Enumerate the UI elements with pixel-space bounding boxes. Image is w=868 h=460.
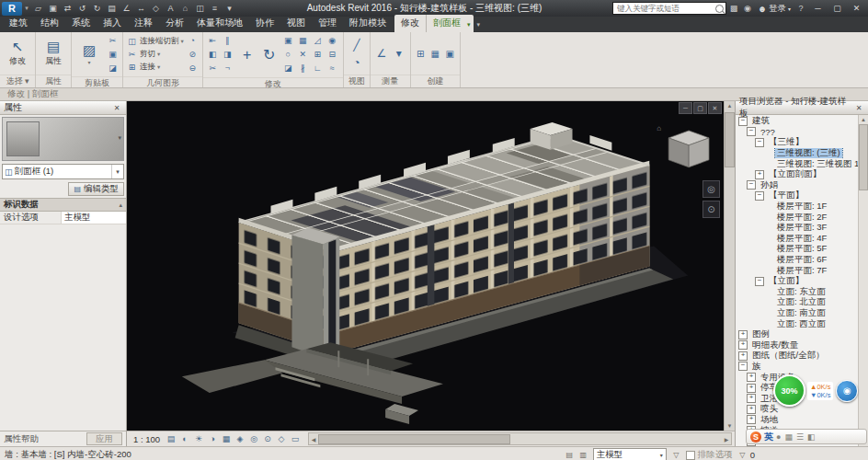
- measure-between-refs-icon[interactable]: ∠: [373, 45, 390, 62]
- customize-quick-access-icon[interactable]: ▾: [223, 2, 236, 15]
- array-icon[interactable]: ▦: [296, 34, 310, 47]
- tree-expand-icon[interactable]: [747, 405, 756, 414]
- drawing-area[interactable]: ⌂ ─ ▢ ✕ ◎: [127, 101, 735, 431]
- paste-arrow-icon[interactable]: ▾: [87, 59, 90, 65]
- tree-item[interactable]: ???: [736, 127, 858, 138]
- create-similar-icon[interactable]: ▣: [443, 46, 457, 61]
- wall-joins-icon[interactable]: ∟: [311, 62, 325, 75]
- tree-item[interactable]: 楼层平面: 6F: [736, 255, 858, 266]
- temporary-hide-isolate-icon[interactable]: ◎: [247, 433, 260, 445]
- view-scale-button[interactable]: 1 : 100: [130, 434, 164, 444]
- network-icon[interactable]: ◉: [836, 380, 858, 402]
- preview-arrow-icon[interactable]: ▾: [118, 134, 121, 142]
- cut-profile-icon[interactable]: ◔: [347, 54, 367, 71]
- toolbox-icon[interactable]: ☰: [796, 432, 804, 442]
- open-file-icon[interactable]: ▱: [31, 2, 45, 15]
- match-type-icon[interactable]: ◪: [106, 62, 120, 75]
- tree-expand-icon[interactable]: [755, 170, 764, 179]
- beam-cope-icon[interactable]: ◔: [186, 34, 200, 47]
- property-value[interactable]: 主模型: [62, 212, 126, 224]
- communication-center-icon[interactable]: ◉: [741, 2, 754, 15]
- dropdown-arrow-icon[interactable]: ▾: [157, 63, 160, 71]
- tree-item[interactable]: 孙娟: [736, 180, 858, 191]
- dropdown-arrow-icon[interactable]: ▾: [181, 38, 184, 45]
- tree-expand-icon[interactable]: [747, 394, 756, 403]
- measure-icon[interactable]: ∠: [120, 2, 133, 15]
- sync-icon[interactable]: ⇄: [61, 2, 74, 15]
- project-browser-title-bar[interactable]: 项目浏览器 - 知行楼-建筑样板 ✕: [736, 101, 868, 115]
- ribbon-tab[interactable]: 建筑: [3, 15, 34, 32]
- tree-expand-icon[interactable]: [738, 117, 748, 126]
- sign-in-button[interactable]: ☻ 登录 ▾: [755, 3, 794, 15]
- apply-coping-icon[interactable]: ⊘: [186, 48, 200, 61]
- tag-by-category-icon[interactable]: ◇: [149, 2, 163, 15]
- section-icon[interactable]: ◫: [193, 2, 207, 15]
- tree-item[interactable]: 图纸（图纸/全部）: [736, 351, 858, 362]
- paste-button[interactable]: ▨ ▾: [74, 43, 104, 65]
- offset-icon[interactable]: ∥: [221, 34, 234, 47]
- ribbon-tab[interactable]: 系统: [65, 15, 97, 32]
- hscrollbar-thumb[interactable]: [318, 434, 510, 444]
- create-group-icon[interactable]: ⊞: [414, 46, 428, 61]
- tree-expand-icon[interactable]: [738, 362, 748, 371]
- skin-icon[interactable]: ◧: [807, 432, 816, 442]
- viewport-vertical-scrollbar[interactable]: ▲ ▼: [724, 101, 735, 431]
- project-browser-close-icon[interactable]: ✕: [853, 104, 864, 112]
- show-crop-region-icon[interactable]: ◈: [234, 433, 246, 445]
- soft-keyboard-icon[interactable]: ▦: [784, 432, 793, 442]
- 3d-view-canvas[interactable]: ⌂: [127, 101, 725, 431]
- scroll-left-icon[interactable]: ◀: [309, 436, 318, 443]
- exclude-options-checkbox[interactable]: 排除选项: [686, 449, 733, 460]
- cut-icon[interactable]: ✂: [106, 34, 120, 47]
- ribbon-tab[interactable]: 视图: [280, 15, 312, 32]
- ribbon-tab[interactable]: 插入: [97, 15, 128, 32]
- vp-close-icon[interactable]: ✕: [708, 102, 722, 114]
- sogou-logo-icon[interactable]: S: [750, 431, 761, 443]
- reveal-hidden-elements-icon[interactable]: ⊙: [261, 433, 274, 445]
- tree-expand-icon[interactable]: [738, 340, 748, 350]
- tree-item[interactable]: 族: [736, 362, 858, 373]
- zoom-icon[interactable]: ⊙: [702, 201, 720, 218]
- print-icon[interactable]: ▤: [105, 2, 119, 15]
- selection-filter[interactable]: ▽ 0: [737, 450, 755, 460]
- delete-icon[interactable]: ✕: [296, 48, 310, 61]
- tree-expand-icon[interactable]: [738, 330, 748, 339]
- visual-style-icon[interactable]: ◐: [178, 433, 191, 445]
- ribbon-tab[interactable]: 管理: [312, 15, 343, 32]
- tree-expand-icon[interactable]: [755, 277, 764, 286]
- join-geometry-icon[interactable]: ⊞: [311, 48, 325, 61]
- demolish-icon[interactable]: ≈: [326, 62, 339, 75]
- ribbon-minimize-icon[interactable]: ▾: [474, 21, 485, 32]
- scrollbar-thumb[interactable]: [725, 112, 735, 167]
- properties-button[interactable]: ▤ 属性: [39, 40, 68, 67]
- remove-coping-icon[interactable]: ⊖: [186, 62, 200, 75]
- network-speed-widget[interactable]: 30% ▲0K/s ▼0K/s ◉: [773, 374, 858, 407]
- tree-item[interactable]: 【立面剖面】: [736, 169, 858, 180]
- type-selector-arrow-icon[interactable]: ▾: [111, 165, 123, 178]
- section-collapse-icon[interactable]: ▴: [119, 201, 122, 209]
- scale-icon[interactable]: ◿: [311, 34, 325, 47]
- save-icon[interactable]: ▣: [46, 2, 60, 15]
- tree-item[interactable]: 楼层平面: 5F: [736, 244, 858, 255]
- join-geometry-icon[interactable]: ⊞ 连接 ▾: [126, 62, 184, 74]
- tree-item[interactable]: 楼层平面: 3F: [736, 223, 858, 234]
- vp-restore-icon[interactable]: ▢: [693, 102, 707, 114]
- active-design-option-select[interactable]: 主模型 ▾: [593, 448, 667, 460]
- application-menu-button[interactable]: R: [2, 2, 22, 16]
- split-element-icon[interactable]: ✂: [206, 62, 220, 75]
- punctuation-icon[interactable]: ●: [776, 432, 781, 442]
- type-selector[interactable]: ◫ 剖面框 (1) ▾: [2, 164, 124, 179]
- viewport-horizontal-scrollbar[interactable]: ◀ ▶: [308, 432, 732, 445]
- search-input[interactable]: [615, 3, 714, 14]
- unpin-icon[interactable]: ○: [281, 48, 295, 61]
- scroll-down-icon[interactable]: ▼: [727, 421, 733, 431]
- unjoin-geometry-icon[interactable]: ⊟: [326, 48, 339, 61]
- tree-expand-icon[interactable]: [738, 351, 748, 361]
- split-with-gap-icon[interactable]: ∦: [296, 62, 310, 75]
- tree-item[interactable]: 楼层平面: 1F: [736, 201, 858, 213]
- panel-select-label[interactable]: 选择 ▾: [0, 75, 35, 87]
- tree-expand-icon[interactable]: [747, 180, 756, 190]
- help-icon[interactable]: ?: [794, 2, 807, 15]
- mirror-draw-axis-icon[interactable]: ◨: [221, 48, 234, 61]
- redo-icon[interactable]: ↻: [90, 2, 104, 15]
